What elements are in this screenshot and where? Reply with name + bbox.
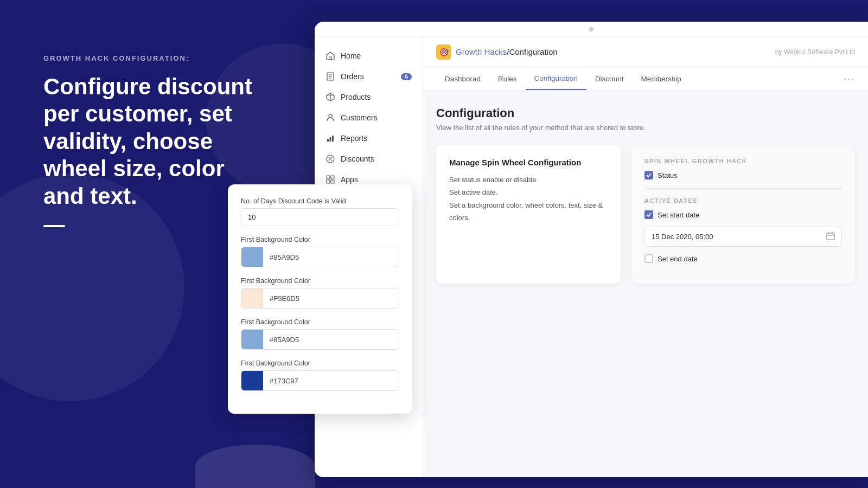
customers-icon	[326, 113, 335, 123]
main-content: 🎯 Growth Hacks/Configuration by Webkul S…	[423, 37, 868, 477]
color-3-swatch[interactable]	[241, 330, 263, 349]
tab-configuration[interactable]: Configuration	[526, 68, 586, 90]
svg-rect-11	[332, 136, 334, 142]
content-grid: Manage Spin Wheel Configuration Set stat…	[436, 145, 855, 284]
color-3-value[interactable]	[263, 331, 399, 348]
color-1-label: First Background Color	[241, 236, 399, 243]
days-input[interactable]	[241, 208, 399, 226]
apps-icon	[326, 175, 335, 184]
orders-badge: 6	[401, 73, 412, 80]
sidebar-item-apps-label: Apps	[341, 175, 358, 184]
set-end-date-row: Set end date	[644, 254, 842, 263]
color-4-label: First Background Color	[241, 359, 399, 367]
by-text: by Webkul Software Pvt Ltd	[775, 48, 855, 56]
sidebar-item-reports-label: Reports	[341, 134, 367, 143]
products-icon	[326, 92, 335, 102]
set-start-date-checkbox[interactable]	[644, 210, 653, 219]
section-divider	[644, 188, 842, 189]
tab-membership[interactable]: Membership	[632, 68, 690, 89]
svg-rect-19	[827, 233, 834, 240]
sidebar-item-discounts-label: Discounts	[341, 155, 374, 163]
start-date-value: 15 Dec 2020, 05:00	[652, 233, 713, 241]
svg-point-13	[329, 157, 330, 158]
sidebar-item-reports[interactable]: Reports	[315, 128, 423, 149]
color-1-value[interactable]	[263, 249, 399, 266]
orders-icon	[326, 72, 335, 81]
browser-bar	[315, 22, 868, 37]
color-2-value[interactable]	[263, 290, 399, 307]
color-2-swatch[interactable]	[241, 288, 263, 308]
status-checkbox-row: Status	[644, 171, 842, 179]
svg-point-14	[331, 160, 333, 161]
svg-rect-9	[327, 139, 329, 142]
set-start-date-row: Set start date	[644, 210, 842, 219]
color-1-swatch[interactable]	[241, 247, 263, 267]
sidebar-item-products-label: Products	[341, 93, 371, 101]
color-1-input-row	[241, 247, 399, 267]
left-panel-label: GROWTH HACK CONFIGURATION:	[43, 54, 271, 62]
svg-rect-16	[331, 176, 334, 179]
color-3-group: First Background Color	[241, 318, 399, 350]
manage-title: Manage Spin Wheel Configuration	[449, 158, 608, 167]
bg-decoration-arc	[195, 445, 315, 488]
status-checkbox[interactable]	[644, 171, 653, 179]
sidebar-item-home[interactable]: Home	[315, 46, 423, 66]
svg-point-8	[329, 114, 332, 118]
color-4-group: First Background Color	[241, 359, 399, 391]
sidebar-item-products[interactable]: Products	[315, 87, 423, 107]
breadcrumb-link[interactable]: Growth Hacks	[456, 47, 507, 56]
sidebar-item-orders[interactable]: Orders 6	[315, 66, 423, 87]
left-panel-divider	[43, 225, 65, 227]
floating-card: No. of Days Discount Code is Valid First…	[228, 184, 412, 414]
nav-tabs: Dashborad Rules Configuration Discount M…	[423, 67, 868, 91]
breadcrumb-current: Configuration	[509, 47, 557, 56]
color-4-swatch[interactable]	[241, 371, 263, 390]
manage-point-3: Set a background color, wheel colors, te…	[449, 199, 608, 224]
svg-rect-0	[329, 57, 332, 60]
color-3-label: First Background Color	[241, 318, 399, 326]
app-icon: 🎯	[436, 44, 451, 60]
settings-card: SPIN WHEEL GROWTH HACK Status ACTIVE DAT…	[631, 145, 855, 284]
calendar-icon[interactable]	[826, 232, 835, 242]
tab-rules[interactable]: Rules	[489, 68, 526, 89]
color-2-input-row	[241, 288, 399, 309]
page-subtitle: View the list of all the rules of your m…	[436, 124, 855, 132]
start-date-input[interactable]: 15 Dec 2020, 05:00	[644, 227, 842, 247]
svg-rect-18	[331, 180, 334, 183]
days-form-group: No. of Days Discount Code is Valid	[241, 197, 399, 226]
discounts-icon	[326, 154, 335, 164]
breadcrumb-text: Growth Hacks/Configuration	[456, 47, 558, 56]
svg-rect-10	[330, 137, 331, 142]
sidebar-item-customers[interactable]: Customers	[315, 107, 423, 128]
svg-rect-17	[327, 180, 330, 183]
color-3-input-row	[241, 329, 399, 350]
manage-card: Manage Spin Wheel Configuration Set stat…	[436, 145, 621, 284]
svg-rect-15	[327, 176, 330, 179]
color-4-value[interactable]	[263, 373, 399, 389]
set-end-date-label: Set end date	[658, 255, 698, 263]
set-end-date-checkbox[interactable]	[644, 254, 653, 263]
more-options-button[interactable]: ···	[844, 73, 855, 85]
home-icon	[326, 51, 335, 61]
section-label-spin-wheel: SPIN WHEEL GROWTH HACK	[644, 158, 842, 164]
manage-list: Set status enable or disable Set active …	[449, 174, 608, 224]
content-area: Configuration View the list of all the r…	[423, 91, 868, 477]
color-2-group: First Background Color	[241, 277, 399, 309]
sidebar-item-customers-label: Customers	[341, 113, 378, 122]
sidebar-item-orders-label: Orders	[341, 72, 364, 81]
color-4-input-row	[241, 370, 399, 391]
manage-point-1: Set status enable or disable	[449, 174, 608, 186]
days-label: No. of Days Discount Code is Valid	[241, 197, 399, 205]
manage-point-2: Set active date.	[449, 186, 608, 198]
sidebar-item-discounts[interactable]: Discounts	[315, 149, 423, 169]
browser-dot	[589, 27, 593, 31]
breadcrumb: 🎯 Growth Hacks/Configuration	[436, 44, 775, 60]
top-bar: 🎯 Growth Hacks/Configuration by Webkul S…	[423, 37, 868, 67]
tab-dashborad[interactable]: Dashborad	[436, 68, 489, 89]
tab-discount[interactable]: Discount	[586, 68, 633, 89]
color-2-label: First Background Color	[241, 277, 399, 285]
color-1-group: First Background Color	[241, 236, 399, 267]
reports-icon	[326, 133, 335, 143]
page-title: Configuration	[436, 106, 855, 120]
set-start-date-label: Set start date	[658, 211, 699, 219]
